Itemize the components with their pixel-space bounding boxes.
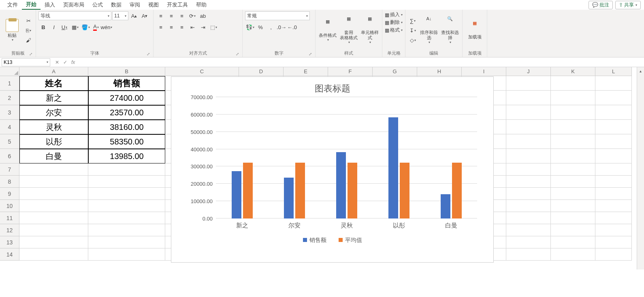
- autosum-button[interactable]: ∑▾: [408, 16, 418, 25]
- enter-icon[interactable]: ✓: [63, 59, 67, 65]
- cell-K5[interactable]: [551, 134, 595, 149]
- cell-L13[interactable]: [595, 236, 632, 248]
- cell-J12[interactable]: [506, 224, 551, 236]
- fill-button[interactable]: ↧▾: [408, 26, 418, 35]
- cell-J7[interactable]: [506, 163, 551, 176]
- col-header-K[interactable]: K: [551, 67, 595, 76]
- cell-A13[interactable]: [19, 236, 88, 248]
- cell-L4[interactable]: [595, 120, 632, 134]
- font-color-button[interactable]: A▾: [91, 23, 101, 32]
- col-header-E[interactable]: E: [284, 67, 328, 76]
- tab-view[interactable]: 视图: [144, 0, 163, 9]
- align-middle-button[interactable]: ≡: [166, 11, 176, 20]
- fill-color-button[interactable]: 🪣▾: [81, 23, 90, 32]
- cell-L5[interactable]: [595, 134, 632, 149]
- cell-B7[interactable]: [88, 163, 165, 176]
- select-all-corner[interactable]: [0, 67, 19, 76]
- cell-J1[interactable]: [506, 76, 551, 91]
- cell-B12[interactable]: [88, 224, 165, 236]
- phonetic-button[interactable]: wén▾: [102, 23, 111, 32]
- cell-L12[interactable]: [595, 224, 632, 236]
- tab-file[interactable]: 文件: [3, 0, 22, 9]
- row-header-8[interactable]: 8: [0, 176, 19, 188]
- cell-A8[interactable]: [19, 176, 88, 188]
- indent-increase-button[interactable]: ⇥: [198, 23, 208, 32]
- row-header-11[interactable]: 11: [0, 212, 19, 224]
- cell-J14[interactable]: [506, 248, 551, 261]
- cell-A9[interactable]: [19, 188, 88, 200]
- cell-K13[interactable]: [551, 236, 595, 248]
- share-button[interactable]: ⇪ 共享 ▾: [615, 1, 641, 9]
- decrease-decimal-button[interactable]: ←.0: [287, 23, 297, 32]
- cell-B11[interactable]: [88, 212, 165, 224]
- cell-K10[interactable]: [551, 200, 595, 212]
- row-header-3[interactable]: 3: [0, 105, 19, 120]
- cell-L7[interactable]: [595, 163, 632, 176]
- tab-review[interactable]: 审阅: [126, 0, 144, 9]
- orientation-button[interactable]: ⟳▾: [188, 11, 197, 20]
- cell-L6[interactable]: [595, 149, 632, 163]
- cell-B1[interactable]: 销售额: [88, 76, 165, 91]
- cell-A14[interactable]: [19, 248, 88, 261]
- cell-K6[interactable]: [551, 149, 595, 163]
- sort-filter-button[interactable]: A↓排序和筛选▾: [419, 16, 439, 45]
- cell-L8[interactable]: [595, 176, 632, 188]
- align-top-button[interactable]: ≡: [156, 11, 166, 20]
- cell-A3[interactable]: 尔安: [19, 105, 88, 120]
- cell-style-button[interactable]: ▦单元格样式▾: [360, 16, 380, 45]
- decrease-font-button[interactable]: A▾: [140, 11, 149, 20]
- increase-decimal-button[interactable]: .0→: [277, 23, 286, 32]
- cell-B4[interactable]: 38160.00: [88, 120, 165, 134]
- cell-A10[interactable]: [19, 200, 88, 212]
- col-header-C[interactable]: C: [165, 67, 239, 76]
- cell-J5[interactable]: [506, 134, 551, 149]
- cell-A11[interactable]: [19, 212, 88, 224]
- cell-A7[interactable]: [19, 163, 88, 176]
- cell-L2[interactable]: [595, 91, 632, 105]
- cell-L14[interactable]: [595, 248, 632, 261]
- col-header-B[interactable]: B: [88, 67, 165, 76]
- cell-A5[interactable]: 以彤: [19, 134, 88, 149]
- row-header-6[interactable]: 6: [0, 149, 19, 163]
- tab-data[interactable]: 数据: [107, 0, 126, 9]
- merge-button[interactable]: ⬚▾: [209, 23, 218, 32]
- row-header-12[interactable]: 12: [0, 224, 19, 236]
- row-header-10[interactable]: 10: [0, 200, 19, 212]
- vertical-scrollbar[interactable]: ▴: [637, 67, 644, 269]
- cell-J8[interactable]: [506, 176, 551, 188]
- align-right-button[interactable]: ≡: [177, 23, 187, 32]
- cell-B6[interactable]: 13985.00: [88, 149, 165, 163]
- cell-A12[interactable]: [19, 224, 88, 236]
- row-header-7[interactable]: 7: [0, 163, 19, 176]
- cell-K3[interactable]: [551, 105, 595, 120]
- cell-K4[interactable]: [551, 120, 595, 134]
- indent-decrease-button[interactable]: ⇤: [188, 23, 197, 32]
- conditional-format-button[interactable]: ▦条件格式▾: [318, 19, 337, 42]
- row-header-13[interactable]: 13: [0, 236, 19, 248]
- paste-button[interactable]: 粘贴▾: [2, 19, 22, 42]
- cell-B8[interactable]: [88, 176, 165, 188]
- format-painter-button[interactable]: 🖌: [23, 36, 33, 45]
- delete-cells-button[interactable]: ▦ 删除 ▾: [385, 19, 403, 26]
- increase-font-button[interactable]: A▴: [129, 11, 139, 20]
- align-left-button[interactable]: ≡: [156, 23, 166, 32]
- dialog-launcher-icon[interactable]: ⤢: [147, 52, 150, 56]
- row-header-1[interactable]: 1: [0, 76, 19, 91]
- cell-K8[interactable]: [551, 176, 595, 188]
- italic-button[interactable]: I: [49, 23, 59, 32]
- cell-J11[interactable]: [506, 212, 551, 224]
- cell-B13[interactable]: [88, 236, 165, 248]
- scroll-up-icon[interactable]: ▴: [637, 67, 644, 74]
- cell-L11[interactable]: [595, 212, 632, 224]
- cell-K1[interactable]: [551, 76, 595, 91]
- cell-J10[interactable]: [506, 200, 551, 212]
- cut-button[interactable]: ✂: [23, 16, 33, 25]
- cell-J2[interactable]: [506, 91, 551, 105]
- tab-home[interactable]: 开始: [22, 0, 41, 10]
- embedded-chart[interactable]: 图表标题 0.0010000.0020000.0030000.0040000.0…: [171, 76, 494, 263]
- col-header-A[interactable]: A: [19, 67, 88, 76]
- font-size-combo[interactable]: 11▾: [112, 11, 128, 20]
- format-table-button[interactable]: ▦套用 表格格式▾: [339, 16, 358, 45]
- underline-button[interactable]: U▾: [60, 23, 69, 32]
- comments-button[interactable]: 💬 批注: [589, 1, 613, 9]
